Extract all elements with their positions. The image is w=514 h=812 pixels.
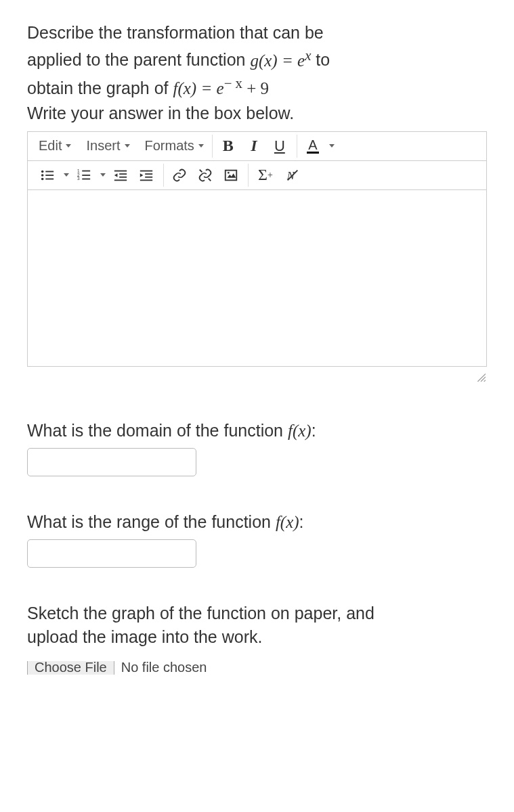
svg-text:3: 3 (77, 176, 80, 181)
svg-marker-16 (114, 173, 118, 177)
color-bar-icon (307, 152, 319, 154)
chevron-down-icon (66, 144, 71, 148)
strike-button[interactable]: N (280, 164, 305, 187)
math-expr: g(x) = e (250, 51, 305, 70)
text-fragment: : (299, 512, 304, 531)
text-fragment: to (311, 51, 330, 70)
outdent-icon (113, 168, 128, 183)
svg-line-22 (200, 169, 202, 172)
svg-rect-14 (119, 176, 127, 177)
text-line: Write your answer in the box below. (27, 104, 294, 122)
image-icon (223, 168, 238, 183)
svg-rect-3 (45, 175, 53, 176)
edit-label: Edit (39, 138, 62, 154)
unlink-icon (198, 168, 213, 183)
insert-label: Insert (86, 138, 120, 154)
unlink-button[interactable] (192, 164, 218, 187)
svg-rect-18 (145, 173, 152, 175)
numbered-list-button[interactable]: 123 (71, 164, 97, 187)
math-exponent: x (305, 47, 311, 63)
text-fragment: What is the domain of the function (27, 421, 288, 440)
insert-menu[interactable]: Insert (79, 135, 136, 156)
chevron-down-icon (198, 144, 204, 148)
chevron-down-icon (329, 144, 335, 148)
sigma-plus: + (267, 170, 273, 181)
rich-text-editor: Edit Insert Formats B I U A 123 (27, 131, 487, 367)
toolbar-row-2: 123 Σ+ N (28, 161, 486, 190)
equation-button[interactable]: Σ+ (251, 164, 280, 187)
svg-point-4 (41, 177, 44, 180)
svg-rect-12 (114, 170, 127, 171)
svg-rect-15 (114, 179, 127, 181)
indent-icon (139, 168, 154, 183)
file-status-text: No file chosen (121, 661, 207, 675)
text-line: obtain the graph of (27, 78, 173, 97)
numbered-list-icon: 123 (77, 168, 91, 183)
numbered-list-dropdown[interactable] (97, 164, 108, 187)
outdent-button[interactable] (108, 164, 133, 187)
link-button[interactable] (167, 164, 192, 187)
sketch-instruction: Sketch the graph of the function on pape… (27, 602, 487, 649)
math-tail: + 9 (242, 79, 269, 97)
text-line: Sketch the graph of the function on pape… (27, 604, 374, 623)
text-fragment: What is the range of the function (27, 512, 276, 531)
math-exponent: − x (224, 75, 242, 91)
svg-rect-19 (145, 176, 152, 177)
math-expr: f(x) (288, 422, 312, 440)
range-question: What is the range of the function f(x): (27, 510, 487, 534)
svg-rect-1 (45, 171, 53, 172)
svg-rect-13 (119, 173, 127, 175)
function-icon: N (285, 168, 300, 183)
question-prompt: Describe the transformation that can be … (27, 20, 487, 126)
choose-file-button[interactable]: Choose File (27, 661, 114, 675)
domain-input[interactable] (27, 448, 196, 476)
color-letter: A (308, 138, 317, 152)
chevron-down-icon (125, 144, 130, 148)
math-expr: f(x) = e (173, 79, 223, 97)
svg-line-31 (484, 380, 486, 381)
svg-rect-24 (226, 170, 237, 180)
italic-button[interactable]: I (241, 135, 267, 158)
chevron-down-icon (64, 173, 69, 177)
range-input[interactable] (27, 539, 196, 568)
text-line: applied to the parent function (27, 51, 250, 70)
svg-rect-5 (45, 178, 53, 179)
formats-menu[interactable]: Formats (138, 135, 211, 156)
svg-marker-21 (140, 173, 144, 177)
svg-rect-9 (82, 175, 90, 176)
bullet-list-button[interactable] (35, 164, 60, 187)
resize-handle-icon[interactable] (27, 372, 487, 385)
text-line: Describe the transformation that can be (27, 23, 324, 42)
svg-rect-17 (140, 170, 152, 171)
underline-button[interactable]: U (267, 135, 293, 158)
text-fragment: : (312, 421, 316, 440)
svg-line-23 (209, 178, 211, 181)
svg-marker-25 (228, 173, 236, 177)
bold-button[interactable]: B (215, 135, 241, 158)
sigma-icon: Σ (258, 166, 267, 184)
svg-point-0 (41, 170, 44, 173)
editor-content-area[interactable] (28, 190, 486, 366)
toolbar-row-1: Edit Insert Formats B I U A (28, 132, 486, 161)
formats-label: Formats (145, 138, 194, 154)
bullet-list-dropdown[interactable] (60, 164, 71, 187)
link-icon (172, 168, 187, 183)
text-color-dropdown[interactable] (326, 135, 337, 158)
svg-rect-20 (140, 179, 152, 181)
svg-point-26 (228, 172, 230, 174)
math-expr: f(x) (276, 513, 299, 531)
image-button[interactable] (218, 164, 244, 187)
svg-point-2 (41, 174, 44, 177)
text-line: upload the image into the work. (27, 627, 262, 646)
svg-rect-11 (82, 178, 90, 179)
edit-menu[interactable]: Edit (32, 135, 78, 156)
domain-question: What is the domain of the function f(x): (27, 419, 487, 443)
bullet-list-icon (40, 168, 55, 183)
text-color-button[interactable]: A (300, 135, 326, 158)
svg-rect-7 (82, 170, 90, 171)
chevron-down-icon (100, 173, 106, 177)
indent-button[interactable] (133, 164, 159, 187)
